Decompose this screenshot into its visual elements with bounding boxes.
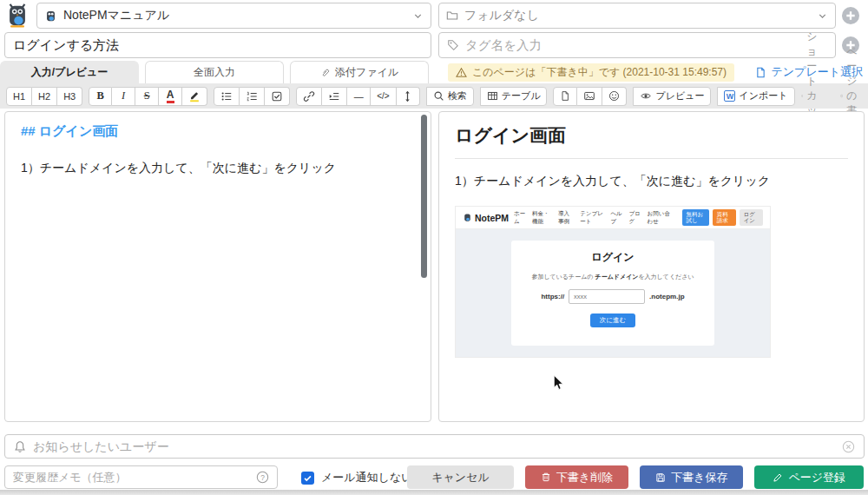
- notify-users-field: [4, 434, 865, 459]
- search-icon: [433, 90, 444, 102]
- chevron-down-icon: [412, 10, 424, 22]
- notepm-logo[interactable]: [4, 3, 30, 29]
- trash-icon: [541, 472, 551, 483]
- insert-image-button[interactable]: [577, 87, 602, 106]
- tab-attachments[interactable]: 添付ファイル: [290, 61, 429, 83]
- expand-vertical-button[interactable]: [397, 87, 420, 106]
- search-button[interactable]: 検索: [426, 87, 474, 106]
- clear-input-icon[interactable]: [842, 440, 855, 453]
- preview-label: プレビュー: [655, 89, 704, 102]
- screenshot-domain-row: https:// .notepm.jp: [511, 289, 714, 304]
- note-select-value: NotePMマニュアル: [63, 8, 169, 23]
- register-page-button[interactable]: ページ登録: [754, 465, 864, 489]
- screenshot-nav-item: お問い合わせ: [648, 210, 672, 226]
- checklist-button[interactable]: [265, 87, 290, 106]
- tab-label: 全面入力: [194, 65, 235, 80]
- font-color-button[interactable]: A: [159, 87, 182, 106]
- screenshot-page-body: ログイン 参加しているチームの チームドメインを入力してください https:/…: [456, 229, 770, 357]
- horizontal-rule-icon: —: [354, 91, 364, 102]
- bottom-shadow-strip: [0, 490, 868, 495]
- arrows-vertical-icon: [403, 90, 412, 102]
- add-folder-button[interactable]: [841, 6, 860, 25]
- save-draft-button[interactable]: 下書き保存: [640, 465, 743, 489]
- ordered-list-icon: [246, 90, 258, 102]
- code-icon: </>: [377, 91, 389, 101]
- import-label: インポート: [739, 89, 787, 102]
- screenshot-login-card: ログイン 参加しているチームの チームドメインを入力してください https:/…: [511, 241, 714, 346]
- tag-input[interactable]: [465, 38, 827, 52]
- link-button[interactable]: [296, 87, 322, 106]
- instruction-prefix: 参加しているチームの: [531, 274, 595, 280]
- h1-button[interactable]: H1: [6, 87, 32, 106]
- instruction-suffix: を入力してください: [638, 274, 694, 280]
- mail-notification-option: メール通知しない: [301, 470, 413, 485]
- emoji-button[interactable]: [602, 87, 627, 106]
- horizontal-rule-button[interactable]: —: [347, 87, 371, 106]
- screenshot-brand: NotePM: [463, 213, 509, 223]
- template-file-icon: [755, 67, 766, 78]
- editor-heading-line: ## ログイン画面: [21, 123, 415, 140]
- folder-icon: [446, 10, 458, 22]
- folder-select[interactable]: フォルダなし: [438, 3, 836, 29]
- editor-step-line: 1）チームドメインを入力して、「次に進む」をクリック: [21, 161, 415, 176]
- preview-step-line: 1）チームドメインを入力して、「次に進む」をクリック: [455, 174, 848, 189]
- import-button[interactable]: W インポート: [717, 87, 794, 106]
- preview-button[interactable]: プレビュー: [633, 87, 711, 106]
- chevron-down-icon: [817, 10, 828, 22]
- bullet-list-button[interactable]: [214, 87, 240, 106]
- search-group: 検索: [426, 87, 474, 106]
- topbar-right: フォルダなし: [438, 3, 836, 29]
- paperclip-icon: [320, 68, 331, 78]
- page-title-input[interactable]: [13, 38, 423, 53]
- note-owl-icon: [44, 10, 57, 23]
- highlight-button[interactable]: [182, 87, 207, 106]
- save-icon: [655, 472, 666, 483]
- emoji-icon: [608, 90, 620, 102]
- table-icon: [487, 90, 498, 102]
- footer-actions: キャンセル 下書き削除 下書き保存 ページ登録: [407, 465, 864, 489]
- h1-label: H1: [13, 91, 25, 102]
- bullet-list-icon: [220, 90, 233, 102]
- screenshot-nav-item: 導入事例: [558, 210, 574, 226]
- quote-indent-button[interactable]: [322, 87, 347, 106]
- save-draft-label: 下書き保存: [671, 470, 727, 485]
- screenshot-domain-input: [569, 289, 645, 304]
- tag-row: [438, 32, 836, 58]
- editor-scrollbar[interactable]: [421, 115, 427, 278]
- delete-draft-button[interactable]: 下書き削除: [525, 465, 628, 489]
- screenshot-domain-suffix: .notepm.jp: [649, 293, 684, 300]
- table-button[interactable]: テーブル: [480, 87, 548, 106]
- code-button[interactable]: </>: [371, 87, 396, 106]
- ordered-list-button[interactable]: [240, 87, 265, 106]
- warning-icon: [456, 67, 467, 78]
- highlighter-icon: [188, 89, 201, 102]
- check-icon: [303, 473, 312, 483]
- mail-opt-out-checkbox[interactable]: [301, 472, 314, 485]
- revision-memo-input[interactable]: [13, 471, 251, 484]
- h2-button[interactable]: H2: [32, 87, 57, 106]
- strikethrough-button[interactable]: S: [135, 87, 159, 106]
- screenshot-nav-item: ホーム: [514, 210, 526, 226]
- attach-file-button[interactable]: [553, 87, 577, 106]
- preview-group: プレビュー: [633, 87, 711, 106]
- tab-input-preview[interactable]: 入力/プレビュー: [0, 61, 139, 83]
- bold-button[interactable]: B: [89, 87, 112, 106]
- draft-status-badge: このページは「下書き中」です (2021-10-31 15:49:57): [448, 63, 734, 82]
- screenshot-header-buttons: 無料お試し 資料請求 ログイン: [682, 209, 763, 226]
- h3-button[interactable]: H3: [57, 87, 82, 106]
- italic-button[interactable]: I: [112, 87, 135, 106]
- cancel-button[interactable]: キャンセル: [407, 465, 514, 489]
- font-color-icon: A: [167, 89, 174, 103]
- note-select[interactable]: NotePMマニュアル: [36, 3, 431, 29]
- tab-fullscreen-input[interactable]: 全面入力: [145, 61, 284, 83]
- h3-label: H3: [63, 91, 76, 102]
- memo-help-icon[interactable]: ?: [256, 471, 269, 484]
- markdown-editor[interactable]: ## ログイン画面 1）チームドメインを入力して、「次に進む」をクリック: [4, 111, 431, 422]
- screenshot-nav-item: ブログ: [629, 210, 641, 226]
- screenshot-nav-item: テンプレート: [580, 210, 604, 226]
- notify-users-input[interactable]: [33, 439, 835, 453]
- bell-icon: [14, 440, 26, 453]
- screenshot-nav-item: ヘルプ: [610, 210, 622, 226]
- screenshot-protocol: https://: [541, 293, 564, 300]
- svg-text:?: ?: [841, 95, 842, 96]
